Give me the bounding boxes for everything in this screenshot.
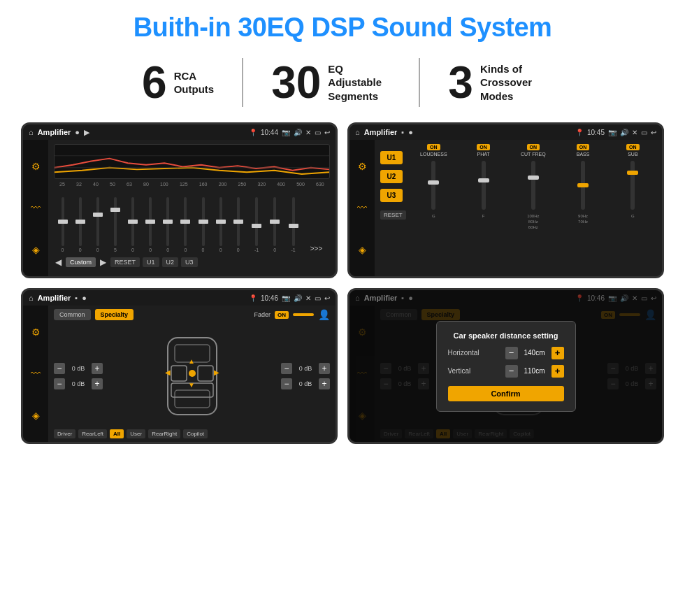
eq-x-icon[interactable]: ✕ bbox=[305, 129, 311, 136]
crossover-x-icon[interactable]: ✕ bbox=[632, 129, 637, 136]
eq-volume-icon[interactable]: 🔊 bbox=[294, 129, 302, 136]
home-icon[interactable]: ⌂ bbox=[29, 128, 34, 136]
speaker-status-right: 📍 10:46 📷 🔊 ✕ ▭ ↩ bbox=[249, 294, 330, 302]
tab-specialty[interactable]: Specialty bbox=[95, 309, 134, 320]
db-row-2: − 0 dB + bbox=[54, 378, 103, 389]
more-arrow[interactable]: >>> bbox=[310, 245, 323, 252]
user-btn[interactable]: User bbox=[127, 429, 145, 438]
eq-slider-7[interactable]: 0 bbox=[166, 197, 169, 252]
cutfreq-slider[interactable] bbox=[531, 161, 535, 210]
eq-custom-btn[interactable]: Custom bbox=[66, 257, 96, 267]
phat-on[interactable]: ON bbox=[477, 144, 490, 150]
eq-prev-btn[interactable]: ◀ bbox=[54, 257, 63, 267]
db1-plus[interactable]: + bbox=[92, 363, 103, 374]
eq-u2-btn[interactable]: U2 bbox=[162, 257, 179, 267]
eq-slider-6[interactable]: 0 bbox=[149, 197, 152, 252]
db4-plus[interactable]: + bbox=[319, 378, 330, 389]
crossover-reset-btn[interactable]: RESET bbox=[380, 210, 406, 220]
tab-common[interactable]: Common bbox=[54, 309, 91, 320]
eq-play-icon[interactable]: ▶ bbox=[84, 128, 89, 137]
eq-back-icon[interactable]: ↩ bbox=[324, 129, 330, 136]
eq-slider-13[interactable]: 0 bbox=[273, 197, 276, 252]
eq-location-icon: 📍 bbox=[249, 129, 257, 136]
sp-wave-icon[interactable]: 〰 bbox=[31, 368, 41, 379]
phat-slider[interactable] bbox=[482, 161, 486, 210]
db2-plus[interactable]: + bbox=[92, 378, 103, 389]
sub-slider[interactable] bbox=[630, 161, 635, 210]
sp-vol-icon[interactable]: ◈ bbox=[32, 410, 40, 421]
horizontal-plus-btn[interactable]: + bbox=[551, 347, 564, 359]
freq-63: 63 bbox=[127, 182, 132, 187]
vertical-minus-btn[interactable]: − bbox=[505, 365, 518, 378]
sub-on[interactable]: ON bbox=[626, 144, 640, 150]
crossover-status-bar: ⌂ Amplifier ▪ ● 📍 10:45 📷 🔊 ✕ ▭ ↩ bbox=[349, 124, 662, 140]
channel-phat: ON PHAT F bbox=[460, 144, 507, 272]
eq-slider-12[interactable]: -1 bbox=[254, 197, 259, 252]
db3-plus[interactable]: + bbox=[319, 363, 330, 374]
freq-100: 100 bbox=[160, 182, 168, 187]
eq-slider-9[interactable]: 0 bbox=[202, 197, 205, 252]
freq-80: 80 bbox=[143, 182, 149, 187]
fader-slider[interactable] bbox=[293, 313, 314, 316]
loudness-on[interactable]: ON bbox=[427, 144, 440, 150]
bass-slider[interactable] bbox=[581, 161, 585, 210]
horizontal-minus-btn[interactable]: − bbox=[505, 347, 518, 359]
cutfreq-on[interactable]: ON bbox=[527, 144, 540, 150]
eq-filter-icon[interactable]: ⚙ bbox=[31, 161, 41, 172]
eq-next-btn[interactable]: ▶ bbox=[99, 257, 108, 267]
u1-button[interactable]: U1 bbox=[380, 151, 403, 164]
loudness-slider[interactable] bbox=[431, 161, 435, 210]
crossover-main-area: U1 U2 U3 RESET ON LOUDNESS G bbox=[375, 140, 662, 276]
rearright-btn[interactable]: RearRight bbox=[148, 429, 180, 438]
eq-side-icons: ⚙ 〰 ◈ bbox=[23, 140, 48, 276]
dialog-overlay: Car speaker distance setting Horizontal … bbox=[349, 290, 662, 442]
eq-slider-5[interactable]: 0 bbox=[131, 197, 134, 252]
eq-slider-14[interactable]: -1 bbox=[291, 197, 295, 252]
profile-icon[interactable]: 👤 bbox=[318, 309, 330, 320]
speaker-vol-icon[interactable]: 🔊 bbox=[294, 294, 302, 302]
vertical-plus-btn[interactable]: + bbox=[551, 365, 564, 378]
db2-minus[interactable]: − bbox=[54, 378, 65, 389]
db1-minus[interactable]: − bbox=[54, 363, 65, 374]
horizontal-value-row: − 140cm + bbox=[505, 347, 564, 359]
cross-filter-icon[interactable]: ⚙ bbox=[358, 161, 367, 172]
eq-slider-3[interactable]: 0 bbox=[96, 197, 99, 252]
speaker-bottom-labels: Driver RearLeft All User RearRight Copil… bbox=[54, 429, 330, 438]
eq-wave-icon[interactable]: 〰 bbox=[31, 202, 41, 213]
eq-slider-10[interactable]: 0 bbox=[219, 197, 222, 252]
fader-on-badge[interactable]: ON bbox=[275, 311, 289, 319]
dialog-screen: ⌂ Amplifier ▪ ● 📍 10:46 📷 🔊 ✕ ▭ ↩ bbox=[347, 288, 664, 444]
bass-on[interactable]: ON bbox=[577, 144, 590, 150]
eq-u1-btn[interactable]: U1 bbox=[143, 257, 159, 267]
eq-slider-2[interactable]: 0 bbox=[79, 197, 82, 252]
u2-button[interactable]: U2 bbox=[380, 170, 403, 183]
db3-minus[interactable]: − bbox=[281, 363, 292, 374]
speaker-back-icon[interactable]: ↩ bbox=[324, 294, 330, 302]
copilot-btn[interactable]: Copilot bbox=[183, 429, 208, 438]
crossover-vol-icon[interactable]: 🔊 bbox=[620, 129, 628, 136]
crossover-back-icon[interactable]: ↩ bbox=[651, 129, 656, 136]
eq-slider-8[interactable]: 0 bbox=[184, 197, 187, 252]
u3-button[interactable]: U3 bbox=[380, 189, 403, 202]
sp-filter-icon[interactable]: ⚙ bbox=[31, 327, 41, 338]
speaker-x-icon[interactable]: ✕ bbox=[305, 294, 311, 302]
eq-u3-btn[interactable]: U3 bbox=[181, 257, 198, 267]
db4-minus[interactable]: − bbox=[281, 378, 292, 389]
eq-slider-4[interactable]: 5 bbox=[114, 197, 117, 252]
speaker-home-icon[interactable]: ⌂ bbox=[29, 294, 34, 302]
eq-reset-btn[interactable]: RESET bbox=[110, 257, 140, 267]
crossover-home-icon[interactable]: ⌂ bbox=[355, 128, 360, 136]
cross-wave-icon[interactable]: 〰 bbox=[357, 202, 367, 213]
rearleft-btn[interactable]: RearLeft bbox=[78, 429, 107, 438]
freq-630: 630 bbox=[316, 182, 324, 187]
confirm-button[interactable]: Confirm bbox=[448, 386, 564, 401]
crossover-side-icons: ⚙ 〰 ◈ bbox=[349, 140, 375, 276]
eq-slider-11[interactable]: 0 bbox=[237, 197, 240, 252]
driver-btn[interactable]: Driver bbox=[54, 429, 75, 438]
stat-crossover: 3 Kinds ofCrossover Modes bbox=[420, 60, 571, 105]
eq-slider-1[interactable]: 0 bbox=[62, 197, 64, 252]
eq-speaker-icon[interactable]: ◈ bbox=[32, 244, 40, 255]
cross-speaker-icon[interactable]: ◈ bbox=[359, 244, 366, 255]
crossover-screen-title: Amplifier bbox=[364, 128, 398, 136]
all-btn[interactable]: All bbox=[110, 429, 124, 438]
